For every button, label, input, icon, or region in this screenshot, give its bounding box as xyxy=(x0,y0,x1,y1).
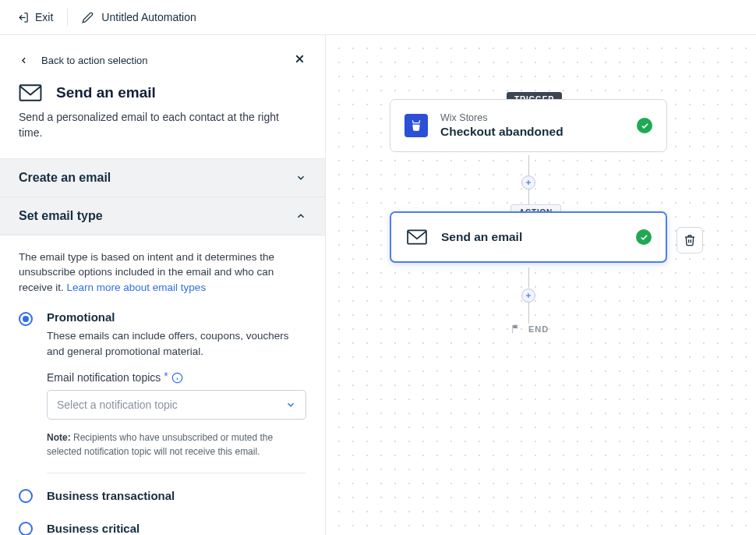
connector-line xyxy=(528,302,529,324)
add-step-button[interactable] xyxy=(521,289,535,303)
exit-icon xyxy=(17,12,29,23)
notification-note: Note: Recipients who have unsubscribed o… xyxy=(47,430,306,459)
divider xyxy=(47,473,306,473)
flag-icon xyxy=(510,324,521,334)
end-marker: END xyxy=(510,324,549,334)
back-button[interactable]: Back to action selection xyxy=(19,55,148,66)
back-label: Back to action selection xyxy=(41,55,148,66)
section-title: Send an email xyxy=(56,84,156,101)
automation-canvas[interactable]: TRIGGER Wix Stores Checkout abandoned AC… xyxy=(326,35,756,535)
accordion-create-label: Create an email xyxy=(19,171,111,185)
email-type-description: The email type is based on intent and it… xyxy=(19,250,306,296)
trash-icon xyxy=(684,234,696,246)
envelope-icon xyxy=(19,84,42,101)
close-button[interactable] xyxy=(293,52,306,69)
section-description: Send a personalized email to each contac… xyxy=(19,109,284,141)
radio-promotional-desc: These emails can include offers, coupons… xyxy=(47,328,306,359)
add-step-button[interactable] xyxy=(521,175,535,190)
accordion-set-email-type[interactable]: Set email type xyxy=(0,197,325,236)
info-icon[interactable] xyxy=(171,372,183,384)
radio-transactional[interactable] xyxy=(19,489,33,503)
exit-button[interactable]: Exit xyxy=(17,8,67,27)
learn-more-link[interactable]: Learn more about email types xyxy=(67,282,207,293)
automation-title-button[interactable]: Untitled Automation xyxy=(82,11,196,23)
radio-transactional-label: Business transactional xyxy=(47,489,175,502)
wix-stores-icon xyxy=(404,114,428,137)
radio-transactional-row[interactable]: Business transactional xyxy=(19,487,306,503)
chevron-left-icon xyxy=(19,55,29,66)
radio-critical-row[interactable]: Business critical xyxy=(19,520,306,535)
required-asterisk: * xyxy=(164,370,168,382)
chevron-up-icon xyxy=(295,211,306,221)
close-icon xyxy=(293,52,306,66)
connector-line xyxy=(528,268,529,288)
end-label: END xyxy=(528,324,549,334)
radio-promotional-label: Promotional xyxy=(47,310,306,324)
svg-rect-9 xyxy=(408,230,426,243)
automation-title-text: Untitled Automation xyxy=(101,11,196,23)
accordion-type-label: Set email type xyxy=(19,209,103,223)
trigger-title: Checkout abandoned xyxy=(440,125,624,139)
action-card[interactable]: Send an email xyxy=(390,211,667,263)
top-bar: Exit Untitled Automation xyxy=(0,0,756,35)
accordion-create-email[interactable]: Create an email xyxy=(0,158,325,197)
radio-promotional[interactable] xyxy=(19,312,33,326)
notification-topics-label: Email notification topics xyxy=(47,371,161,384)
envelope-icon xyxy=(405,225,429,249)
action-title: Send an email xyxy=(441,230,624,244)
plus-icon xyxy=(525,292,532,299)
divider xyxy=(67,9,68,26)
svg-rect-3 xyxy=(20,85,41,101)
plus-icon xyxy=(525,179,532,186)
check-icon xyxy=(637,118,652,133)
trigger-card[interactable]: Wix Stores Checkout abandoned xyxy=(390,99,667,152)
connector-line xyxy=(528,155,529,175)
chevron-down-icon xyxy=(285,399,296,410)
radio-selected-dot xyxy=(23,316,29,322)
trigger-source: Wix Stores xyxy=(440,112,624,123)
delete-step-button[interactable] xyxy=(677,227,703,253)
pencil-icon xyxy=(82,12,94,23)
check-icon xyxy=(636,229,652,245)
notification-topic-select[interactable]: Select a notification topic xyxy=(47,390,306,420)
radio-critical[interactable] xyxy=(19,522,33,535)
config-sidebar: Back to action selection Send an email S… xyxy=(0,35,326,535)
chevron-down-icon xyxy=(295,172,306,183)
exit-label: Exit xyxy=(35,11,53,23)
select-placeholder: Select a notification topic xyxy=(57,399,178,411)
radio-critical-label: Business critical xyxy=(47,522,140,535)
